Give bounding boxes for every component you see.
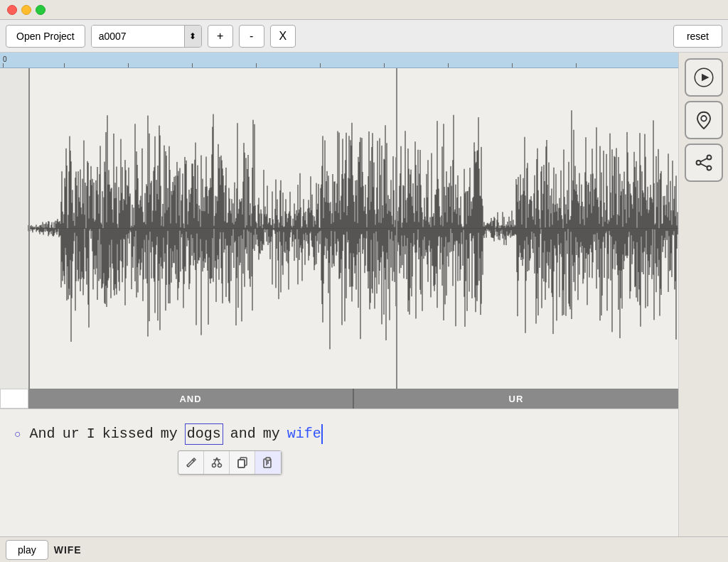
svg-line-19 xyxy=(700,158,707,162)
add-button[interactable]: + xyxy=(208,25,233,48)
main-content: 0 AND UR ○ xyxy=(0,53,728,536)
svg-line-20 xyxy=(700,164,707,168)
reset-button[interactable]: reset xyxy=(673,25,722,48)
word-and2[interactable]: and xyxy=(230,424,256,444)
word-dogs[interactable]: dogs xyxy=(185,423,223,445)
right-sidebar xyxy=(678,53,728,536)
word-i[interactable]: I xyxy=(87,424,95,444)
svg-point-1 xyxy=(218,464,221,468)
play-icon-button[interactable] xyxy=(685,58,723,97)
status-text: WIFE xyxy=(54,544,82,556)
play-status-button[interactable]: play xyxy=(6,540,48,560)
word-ur[interactable]: ur xyxy=(63,424,80,444)
close-x-button[interactable]: X xyxy=(270,25,296,48)
transcript-line: ○ And ur I kissed my dogs and my wife xyxy=(14,423,664,445)
segment-labels: AND UR xyxy=(0,389,678,409)
cut-icon-button[interactable] xyxy=(204,451,230,474)
svg-line-2 xyxy=(214,458,217,464)
waveform-section: 0 AND UR ○ xyxy=(0,53,678,536)
svg-marker-14 xyxy=(702,74,710,82)
segment-line-middle xyxy=(396,68,397,389)
timeline-ruler: 0 xyxy=(0,53,678,68)
context-toolbar xyxy=(178,450,282,475)
ruler-label-0: 0 xyxy=(3,55,7,63)
minimize-button[interactable] xyxy=(21,5,31,15)
segment-line-left xyxy=(28,68,30,389)
word-wife[interactable]: wife xyxy=(287,424,323,444)
edit-icon-button[interactable] xyxy=(178,451,204,474)
word-kissed[interactable]: kissed xyxy=(102,424,154,444)
traffic-lights xyxy=(7,5,46,15)
project-name-input[interactable] xyxy=(92,26,184,47)
seg-label-ur[interactable]: UR xyxy=(354,394,678,404)
status-bar: play WIFE xyxy=(0,536,728,562)
svg-point-17 xyxy=(696,161,700,165)
svg-point-15 xyxy=(701,116,707,121)
copy-icon-button[interactable] xyxy=(230,451,255,474)
location-icon-button[interactable] xyxy=(685,101,723,139)
seg-label-and[interactable]: AND xyxy=(28,394,353,404)
word-and[interactable]: And xyxy=(30,424,55,444)
waveform-container[interactable] xyxy=(0,68,678,389)
title-bar xyxy=(0,0,728,20)
word-my2[interactable]: my xyxy=(263,424,280,444)
svg-point-16 xyxy=(707,156,711,160)
maximize-button[interactable] xyxy=(36,5,46,15)
spinner-button[interactable]: ⬍ xyxy=(184,26,201,47)
subtract-button[interactable]: - xyxy=(239,25,264,48)
svg-rect-6 xyxy=(238,460,245,468)
waveform-canvas xyxy=(0,68,678,389)
transcript-bullet: ○ xyxy=(14,427,21,443)
svg-line-3 xyxy=(217,458,220,464)
svg-rect-9 xyxy=(266,458,270,460)
svg-point-0 xyxy=(212,464,215,468)
project-name-container: ⬍ xyxy=(91,25,202,48)
toolbar: Open Project ⬍ + - X reset xyxy=(0,20,728,53)
svg-point-18 xyxy=(707,166,711,171)
word-my1[interactable]: my xyxy=(161,424,178,444)
seg-label-empty xyxy=(0,389,28,409)
share-icon-button[interactable] xyxy=(685,144,723,182)
close-button[interactable] xyxy=(7,5,17,15)
transcript-area[interactable]: ○ And ur I kissed my dogs and my wife xyxy=(0,409,678,536)
open-project-button[interactable]: Open Project xyxy=(6,25,85,48)
paste-icon-button[interactable] xyxy=(255,451,281,474)
